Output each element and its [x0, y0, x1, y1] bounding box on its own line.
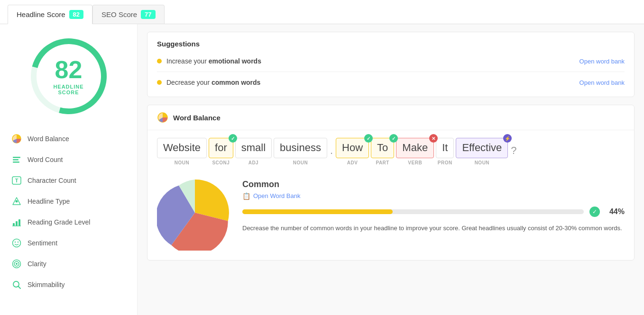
word-chip-make: ✕ Make VERB — [396, 138, 434, 165]
word-chip-website: Website NOUN — [157, 138, 207, 165]
word-chip-business: business NOUN — [274, 138, 327, 165]
suggestion-item-1: Decrease your common words Open word ban… — [157, 76, 625, 89]
tab-seo-label: SEO Score — [101, 10, 137, 18]
word-label-to: PART — [376, 160, 389, 165]
open-word-bank-link-bottom[interactable]: 📋 Open Word Bank — [242, 192, 625, 200]
sidebar-items-list: Word Balance Word Count — [0, 128, 137, 295]
sidebar-item-headline-type-label: Headline Type — [28, 198, 70, 205]
open-word-bank-link-1[interactable]: Open word bank — [580, 79, 625, 86]
pie-chart — [157, 175, 233, 251]
sidebar-item-sentiment-label: Sentiment — [28, 239, 57, 247]
word-label-make: VERB — [408, 160, 422, 165]
suggestion-dot-1 — [157, 80, 162, 85]
progress-bar-fill — [242, 209, 393, 214]
sidebar-item-sentiment[interactable]: Sentiment — [0, 233, 137, 253]
sidebar-item-reading-grade-level-label: Reading Grade Level — [28, 218, 90, 226]
suggestion-dot-0 — [157, 59, 162, 63]
sidebar-item-word-balance[interactable]: Word Balance — [0, 128, 137, 149]
word-label-small: ADJ — [248, 160, 259, 165]
triangle-icon — [11, 196, 22, 207]
pie-icon — [11, 134, 22, 144]
suggestion-left-1: Decrease your common words — [157, 79, 260, 86]
word-balance-header: Word Balance — [147, 105, 634, 130]
word-chip-effective: ⚡ Effective NOUN — [456, 138, 508, 165]
svg-line-19 — [18, 287, 21, 289]
suggestion-left-0: Increase your emotional words — [157, 57, 261, 65]
suggestions-card: Suggestions Increase your emotional word… — [147, 32, 635, 97]
word-chip-it: It PRON — [436, 138, 454, 165]
word-punct-period: . — [329, 142, 334, 160]
word-text-small: small — [235, 138, 272, 158]
word-chip-small: small ADJ — [235, 138, 272, 165]
tab-headline-score: 82 — [69, 10, 83, 19]
sidebar-item-word-count-label: Word Count — [28, 156, 63, 163]
score-circle: 82 HEADLINESCORE — [31, 38, 107, 114]
chart-bar-icon — [11, 217, 22, 227]
svg-rect-10 — [18, 219, 20, 226]
sidebar-item-clarity-label: Clarity — [28, 260, 46, 268]
svg-point-17 — [16, 263, 18, 265]
sidebar-item-word-balance-label: Word Balance — [28, 135, 69, 143]
progress-check-icon: ✓ — [589, 207, 600, 217]
svg-point-12 — [13, 239, 21, 247]
score-number: 82 — [55, 57, 83, 82]
sidebar-item-word-count[interactable]: Word Count — [0, 149, 137, 170]
word-chips-row: Website NOUN ✓ for SCONJ small ADJ — [147, 130, 634, 170]
target-icon — [11, 259, 22, 269]
word-label-website: NOUN — [175, 160, 189, 165]
progress-row: ✓ 44% — [242, 207, 625, 217]
sidebar-item-headline-type[interactable]: Headline Type — [0, 191, 137, 212]
svg-rect-3 — [13, 162, 19, 163]
svg-rect-8 — [13, 223, 15, 226]
suggestion-text-0: Increase your emotional words — [166, 57, 261, 65]
divider-0 — [157, 72, 625, 72]
badge-how: ✓ — [364, 134, 373, 143]
word-label-for: SCONJ — [212, 160, 230, 165]
tab-seo[interactable]: SEO Score 77 — [92, 5, 165, 24]
owb-icon: 📋 — [242, 192, 250, 200]
word-text-how: How — [336, 138, 369, 158]
word-chip-question: ? — [510, 138, 517, 160]
T-icon: T — [11, 175, 22, 186]
badge-for: ✓ — [229, 134, 237, 143]
owb-text[interactable]: Open Word Bank — [253, 192, 300, 199]
word-chip-to: ✓ To PART — [371, 138, 394, 165]
word-text-effective: Effective — [456, 138, 508, 158]
word-label-business: NOUN — [293, 160, 308, 165]
suggestion-item-0: Increase your emotional words Open word … — [157, 54, 625, 68]
word-balance-card: Word Balance Website NOUN ✓ for SCONJ — [147, 105, 635, 261]
score-label: HEADLINESCORE — [53, 84, 83, 95]
word-text-make: Make — [396, 138, 434, 158]
sidebar-item-reading-grade-level[interactable]: Reading Grade Level — [0, 212, 137, 233]
word-text-website: Website — [157, 138, 207, 158]
suggestion-text-1: Decrease your common words — [166, 79, 260, 86]
svg-point-13 — [15, 242, 16, 243]
bottom-section: Common 📋 Open Word Bank ✓ 44% — [147, 170, 634, 260]
lines-icon — [11, 154, 22, 165]
word-label-effective: NOUN — [475, 160, 489, 165]
word-chip-how: ✓ How ADV — [336, 138, 369, 165]
sidebar-item-skimmability-label: Skimmability — [28, 281, 65, 288]
content-area: Suggestions Increase your emotional word… — [138, 24, 644, 315]
word-balance-title: Word Balance — [173, 114, 221, 122]
open-word-bank-link-0[interactable]: Open word bank — [580, 58, 625, 65]
progress-pct: 44% — [606, 207, 625, 216]
sidebar-item-clarity[interactable]: Clarity — [0, 253, 137, 274]
svg-rect-2 — [13, 159, 18, 161]
word-chip-period: . — [329, 138, 334, 160]
svg-text:T: T — [15, 178, 18, 183]
svg-rect-9 — [16, 221, 18, 226]
common-desc: Decrease the number of common words in y… — [242, 224, 625, 234]
tab-seo-score: 77 — [141, 10, 155, 19]
app-container: Headline Score 82 SEO Score 77 82 HEADLI… — [0, 0, 644, 315]
sidebar-item-character-count-label: Character Count — [28, 177, 76, 184]
sidebar-item-skimmability[interactable]: Skimmability — [0, 274, 137, 295]
score-circle-container: 82 HEADLINESCORE — [0, 34, 137, 128]
progress-bar-bg — [242, 209, 584, 214]
word-punct-question: ? — [510, 142, 517, 160]
sidebar-item-character-count[interactable]: T Character Count — [0, 170, 137, 191]
word-label-how: ADV — [347, 160, 358, 165]
svg-point-14 — [18, 242, 18, 243]
word-label-it: PRON — [438, 160, 452, 165]
tab-headline[interactable]: Headline Score 82 — [8, 5, 92, 24]
